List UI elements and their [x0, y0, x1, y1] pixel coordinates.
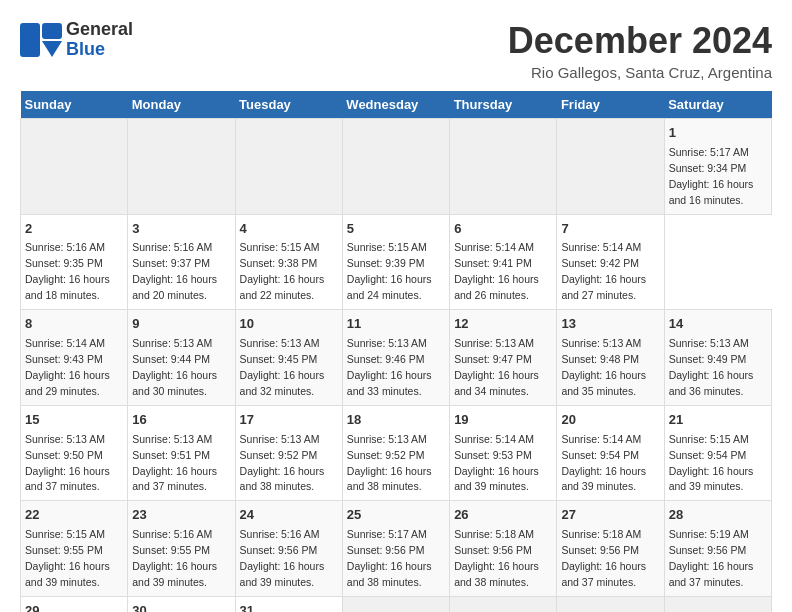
day-number: 22 — [25, 506, 123, 525]
day-cell-31: 31Sunrise: 5:22 AMSunset: 9:57 PMDayligh… — [235, 596, 342, 612]
header-cell-thursday: Thursday — [450, 91, 557, 119]
day-number: 28 — [669, 506, 767, 525]
day-number: 8 — [25, 315, 123, 334]
day-cell-9: 9Sunrise: 5:13 AMSunset: 9:44 PMDaylight… — [128, 310, 235, 406]
calendar-week-5: 22Sunrise: 5:15 AMSunset: 9:55 PMDayligh… — [21, 501, 772, 597]
day-number: 30 — [132, 602, 230, 612]
day-number: 27 — [561, 506, 659, 525]
cell-content: Sunrise: 5:13 AMSunset: 9:52 PMDaylight:… — [347, 433, 432, 493]
day-number: 21 — [669, 411, 767, 430]
cell-content: Sunrise: 5:16 AMSunset: 9:37 PMDaylight:… — [132, 241, 217, 301]
day-number: 4 — [240, 220, 338, 239]
empty-cell — [557, 596, 664, 612]
empty-cell — [342, 119, 449, 215]
day-number: 6 — [454, 220, 552, 239]
day-number: 17 — [240, 411, 338, 430]
cell-content: Sunrise: 5:13 AMSunset: 9:47 PMDaylight:… — [454, 337, 539, 397]
cell-content: Sunrise: 5:16 AMSunset: 9:35 PMDaylight:… — [25, 241, 110, 301]
day-cell-1: 1Sunrise: 5:17 AMSunset: 9:34 PMDaylight… — [664, 119, 771, 215]
day-number: 23 — [132, 506, 230, 525]
cell-content: Sunrise: 5:13 AMSunset: 9:45 PMDaylight:… — [240, 337, 325, 397]
day-number: 26 — [454, 506, 552, 525]
day-number: 7 — [561, 220, 659, 239]
header-cell-wednesday: Wednesday — [342, 91, 449, 119]
header-cell-monday: Monday — [128, 91, 235, 119]
day-number: 29 — [25, 602, 123, 612]
empty-cell — [664, 596, 771, 612]
day-number: 15 — [25, 411, 123, 430]
cell-content: Sunrise: 5:17 AMSunset: 9:56 PMDaylight:… — [347, 528, 432, 588]
day-cell-19: 19Sunrise: 5:14 AMSunset: 9:53 PMDayligh… — [450, 405, 557, 501]
day-cell-14: 14Sunrise: 5:13 AMSunset: 9:49 PMDayligh… — [664, 310, 771, 406]
day-number: 1 — [669, 124, 767, 143]
day-cell-20: 20Sunrise: 5:14 AMSunset: 9:54 PMDayligh… — [557, 405, 664, 501]
cell-content: Sunrise: 5:13 AMSunset: 9:50 PMDaylight:… — [25, 433, 110, 493]
month-title: December 2024 — [508, 20, 772, 62]
cell-content: Sunrise: 5:15 AMSunset: 9:39 PMDaylight:… — [347, 241, 432, 301]
page-header: General Blue December 2024 Rio Gallegos,… — [20, 20, 772, 81]
day-cell-7: 7Sunrise: 5:14 AMSunset: 9:42 PMDaylight… — [557, 214, 664, 310]
day-number: 3 — [132, 220, 230, 239]
day-cell-10: 10Sunrise: 5:13 AMSunset: 9:45 PMDayligh… — [235, 310, 342, 406]
day-number: 2 — [25, 220, 123, 239]
day-cell-5: 5Sunrise: 5:15 AMSunset: 9:39 PMDaylight… — [342, 214, 449, 310]
header-cell-friday: Friday — [557, 91, 664, 119]
logo: General Blue — [20, 20, 133, 60]
day-cell-16: 16Sunrise: 5:13 AMSunset: 9:51 PMDayligh… — [128, 405, 235, 501]
day-number: 9 — [132, 315, 230, 334]
day-number: 5 — [347, 220, 445, 239]
day-cell-26: 26Sunrise: 5:18 AMSunset: 9:56 PMDayligh… — [450, 501, 557, 597]
cell-content: Sunrise: 5:19 AMSunset: 9:56 PMDaylight:… — [669, 528, 754, 588]
cell-content: Sunrise: 5:15 AMSunset: 9:54 PMDaylight:… — [669, 433, 754, 493]
cell-content: Sunrise: 5:13 AMSunset: 9:44 PMDaylight:… — [132, 337, 217, 397]
svg-marker-2 — [42, 41, 62, 57]
day-cell-24: 24Sunrise: 5:16 AMSunset: 9:56 PMDayligh… — [235, 501, 342, 597]
day-number: 31 — [240, 602, 338, 612]
empty-cell — [342, 596, 449, 612]
location-title: Rio Gallegos, Santa Cruz, Argentina — [508, 64, 772, 81]
day-cell-6: 6Sunrise: 5:14 AMSunset: 9:41 PMDaylight… — [450, 214, 557, 310]
calendar-week-6: 29Sunrise: 5:20 AMSunset: 9:57 PMDayligh… — [21, 596, 772, 612]
calendar-week-4: 15Sunrise: 5:13 AMSunset: 9:50 PMDayligh… — [21, 405, 772, 501]
calendar-week-2: 2Sunrise: 5:16 AMSunset: 9:35 PMDaylight… — [21, 214, 772, 310]
cell-content: Sunrise: 5:18 AMSunset: 9:56 PMDaylight:… — [561, 528, 646, 588]
cell-content: Sunrise: 5:16 AMSunset: 9:55 PMDaylight:… — [132, 528, 217, 588]
cell-content: Sunrise: 5:13 AMSunset: 9:49 PMDaylight:… — [669, 337, 754, 397]
day-cell-28: 28Sunrise: 5:19 AMSunset: 9:56 PMDayligh… — [664, 501, 771, 597]
cell-content: Sunrise: 5:17 AMSunset: 9:34 PMDaylight:… — [669, 146, 754, 206]
calendar-table: SundayMondayTuesdayWednesdayThursdayFrid… — [20, 91, 772, 612]
empty-cell — [128, 119, 235, 215]
header-cell-sunday: Sunday — [21, 91, 128, 119]
cell-content: Sunrise: 5:16 AMSunset: 9:56 PMDaylight:… — [240, 528, 325, 588]
day-cell-21: 21Sunrise: 5:15 AMSunset: 9:54 PMDayligh… — [664, 405, 771, 501]
day-number: 25 — [347, 506, 445, 525]
logo-text-general: General — [66, 19, 133, 39]
cell-content: Sunrise: 5:15 AMSunset: 9:38 PMDaylight:… — [240, 241, 325, 301]
cell-content: Sunrise: 5:18 AMSunset: 9:56 PMDaylight:… — [454, 528, 539, 588]
day-number: 20 — [561, 411, 659, 430]
day-cell-22: 22Sunrise: 5:15 AMSunset: 9:55 PMDayligh… — [21, 501, 128, 597]
empty-cell — [450, 119, 557, 215]
cell-content: Sunrise: 5:14 AMSunset: 9:43 PMDaylight:… — [25, 337, 110, 397]
day-cell-11: 11Sunrise: 5:13 AMSunset: 9:46 PMDayligh… — [342, 310, 449, 406]
header-cell-saturday: Saturday — [664, 91, 771, 119]
day-cell-23: 23Sunrise: 5:16 AMSunset: 9:55 PMDayligh… — [128, 501, 235, 597]
day-number: 19 — [454, 411, 552, 430]
day-cell-12: 12Sunrise: 5:13 AMSunset: 9:47 PMDayligh… — [450, 310, 557, 406]
svg-rect-0 — [20, 23, 40, 57]
day-cell-25: 25Sunrise: 5:17 AMSunset: 9:56 PMDayligh… — [342, 501, 449, 597]
cell-content: Sunrise: 5:15 AMSunset: 9:55 PMDaylight:… — [25, 528, 110, 588]
day-cell-27: 27Sunrise: 5:18 AMSunset: 9:56 PMDayligh… — [557, 501, 664, 597]
day-number: 13 — [561, 315, 659, 334]
logo-text-blue: Blue — [66, 39, 105, 59]
svg-rect-1 — [42, 23, 62, 39]
day-cell-8: 8Sunrise: 5:14 AMSunset: 9:43 PMDaylight… — [21, 310, 128, 406]
day-number: 14 — [669, 315, 767, 334]
header-cell-tuesday: Tuesday — [235, 91, 342, 119]
empty-cell — [450, 596, 557, 612]
day-cell-18: 18Sunrise: 5:13 AMSunset: 9:52 PMDayligh… — [342, 405, 449, 501]
calendar-week-3: 8Sunrise: 5:14 AMSunset: 9:43 PMDaylight… — [21, 310, 772, 406]
cell-content: Sunrise: 5:14 AMSunset: 9:53 PMDaylight:… — [454, 433, 539, 493]
title-block: December 2024 Rio Gallegos, Santa Cruz, … — [508, 20, 772, 81]
day-number: 24 — [240, 506, 338, 525]
